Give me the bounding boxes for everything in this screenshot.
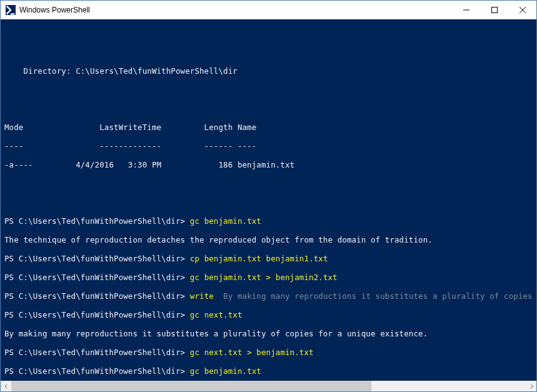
scroll-left-button[interactable]	[1, 381, 11, 391]
window-controls	[452, 1, 536, 19]
prompt-text: PS C:\Users\Ted\funWithPowerShell\dir>	[4, 273, 185, 282]
command-text: write	[190, 291, 214, 301]
table-row: -a---- 4/4/2016 3:30 PM 186 benjamin.txt	[4, 160, 533, 169]
command-line: PS C:\Users\Ted\funWithPowerShell\dir> g…	[4, 348, 533, 357]
command-line: PS C:\Users\Ted\funWithPowerShell\dir> g…	[4, 310, 533, 319]
terminal-area[interactable]: Directory: C:\Users\Ted\funWithPowerShel…	[1, 19, 536, 381]
horizontal-scrollbar[interactable]	[1, 381, 536, 391]
terminal-content: Directory: C:\Users\Ted\funWithPowerShel…	[1, 19, 536, 381]
scroll-track[interactable]	[11, 381, 526, 391]
blank-line	[4, 104, 533, 113]
prompt-text: PS C:\Users\Ted\funWithPowerShell\dir>	[4, 254, 185, 263]
minimize-button[interactable]	[452, 1, 480, 19]
prompt-text: PS C:\Users\Ted\funWithPowerShell\dir>	[4, 310, 185, 319]
command-line: PS C:\Users\Ted\funWithPowerShell\dir> g…	[4, 216, 533, 226]
command-tail: By making many reproductions it substitu…	[214, 291, 536, 301]
command-text: gc benjamin.txt > benjamin2.txt	[190, 273, 338, 282]
prompt-text: PS C:\Users\Ted\funWithPowerShell\dir>	[4, 348, 185, 357]
command-text: gc next.txt > benjamin.txt	[190, 348, 314, 357]
blank-line	[4, 29, 533, 38]
scroll-right-button[interactable]	[526, 381, 536, 391]
command-line: PS C:\Users\Ted\funWithPowerShell\dir> g…	[4, 366, 533, 376]
blank-line	[4, 179, 533, 188]
command-line: PS C:\Users\Ted\funWithPowerShell\dir> w…	[4, 291, 533, 301]
command-text: cp benjamin.txt benjamin1.txt	[190, 254, 328, 263]
scroll-thumb[interactable]	[11, 381, 371, 391]
powershell-icon	[6, 5, 16, 15]
maximize-button[interactable]	[480, 1, 508, 19]
output-line: The technique of reproduction detaches t…	[4, 235, 533, 244]
blank-line	[4, 85, 533, 94]
output-line: By making many reproductions it substitu…	[4, 329, 533, 338]
blank-line	[4, 198, 533, 207]
command-text: gc next.txt	[190, 310, 243, 319]
command-line: PS C:\Users\Ted\funWithPowerShell\dir> c…	[4, 254, 533, 263]
table-header: Mode LastWriteTime Length Name	[4, 123, 533, 132]
prompt-text: PS C:\Users\Ted\funWithPowerShell\dir>	[4, 291, 185, 301]
window-title: Windows PowerShell	[19, 6, 452, 14]
table-header-sep: ---- ------------- ------ ----	[4, 141, 533, 151]
close-button[interactable]	[508, 1, 536, 19]
prompt-text: PS C:\Users\Ted\funWithPowerShell\dir>	[4, 366, 185, 376]
command-text: gc benjamin.txt	[190, 216, 261, 226]
command-text: gc benjamin.txt	[190, 366, 261, 376]
prompt-text: PS C:\Users\Ted\funWithPowerShell\dir>	[4, 216, 185, 226]
svg-rect-1	[491, 7, 497, 13]
command-line: PS C:\Users\Ted\funWithPowerShell\dir> g…	[4, 273, 533, 282]
directory-line: Directory: C:\Users\Ted\funWithPowerShel…	[4, 66, 533, 76]
blank-line	[4, 48, 533, 57]
titlebar[interactable]: Windows PowerShell	[1, 1, 536, 19]
